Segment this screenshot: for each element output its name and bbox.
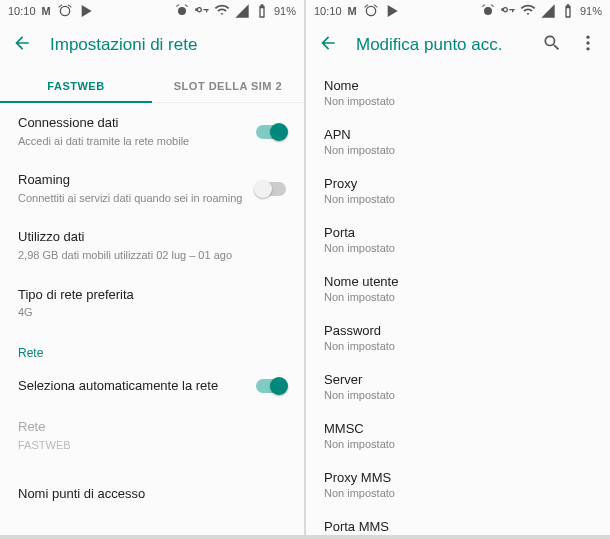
row-title: Roaming [18,172,246,189]
app-bar: Modifica punto acc. [306,22,610,68]
battery-icon [560,3,576,19]
back-button[interactable] [12,33,32,57]
row-title: Utilizzo dati [18,229,286,246]
app-icon-m: M [42,5,51,17]
sim-tabs: FASTWEB SLOT DELLA SIM 2 [0,68,304,103]
wifi-icon [214,3,230,19]
field-proxy[interactable]: Proxy Non impostato [306,166,610,215]
row-apn-names[interactable]: Nomi punti di accesso [0,464,304,525]
status-bar: 10:10 M 91% [306,0,610,22]
vpn-key-icon [194,3,210,19]
row-subtitle: 2,98 GB dati mobili utilizzati 02 lug – … [18,248,286,262]
field-mms-proxy[interactable]: Proxy MMS Non impostato [306,460,610,509]
row-title: Tipo di rete preferita [18,287,286,304]
tab-sim2[interactable]: SLOT DELLA SIM 2 [152,68,304,102]
field-mmsc[interactable]: MMSC Non impostato [306,411,610,460]
vpn-key-icon [500,3,516,19]
row-auto-select-network[interactable]: Seleziona automaticamente la rete [0,366,304,407]
toggle-roaming[interactable] [256,182,286,196]
play-icon [385,3,401,19]
screen-edit-apn: 10:10 M 91% [306,0,610,535]
svg-point-1 [586,41,589,44]
field-value: Non impostato [324,438,592,450]
field-label: Proxy MMS [324,470,592,485]
alarm-icon [57,3,73,19]
svg-point-2 [586,47,589,50]
row-title: Rete [18,419,286,436]
signal-icon [540,3,556,19]
field-label: APN [324,127,592,142]
row-network: Rete FASTWEB [0,407,304,464]
battery-icon [254,3,270,19]
status-bar: 10:10 M 91% [0,0,304,22]
play-icon [79,3,95,19]
back-button[interactable] [318,33,338,57]
field-label: Porta MMS [324,519,592,534]
row-title: Connessione dati [18,115,246,132]
field-label: MMSC [324,421,592,436]
settings-list: Connessione dati Accedi ai dati tramite … [0,103,304,535]
toggle-auto-select[interactable] [256,379,286,393]
row-preferred-network[interactable]: Tipo di rete preferita 4G [0,275,304,332]
field-value: Non impostato [324,340,592,352]
app-icon-m: M [348,5,357,17]
field-value: Non impostato [324,291,592,303]
field-value: Non impostato [324,144,592,156]
row-data-usage[interactable]: Utilizzo dati 2,98 GB dati mobili utiliz… [0,217,304,274]
field-value: Non impostato [324,95,592,107]
alarm-indicator-icon [480,3,496,19]
section-network: Rete [0,332,304,366]
field-value: Non impostato [324,487,592,499]
row-title: Nomi punti di accesso [18,486,286,503]
field-label: Porta [324,225,592,240]
field-label: Proxy [324,176,592,191]
field-label: Nome utente [324,274,592,289]
page-title: Modifica punto acc. [356,35,524,55]
status-time: 10:10 [314,5,342,17]
row-subtitle: Accedi ai dati tramite la rete mobile [18,134,246,148]
field-password[interactable]: Password Non impostato [306,313,610,362]
field-server[interactable]: Server Non impostato [306,362,610,411]
page-title: Impostazioni di rete [50,35,292,55]
search-button[interactable] [542,33,562,57]
wifi-icon [520,3,536,19]
field-mms-port[interactable]: Porta MMS Non impostato [306,509,610,535]
field-label: Password [324,323,592,338]
field-value: Non impostato [324,389,592,401]
row-subtitle: 4G [18,305,286,319]
row-subtitle: FASTWEB [18,438,286,452]
overflow-menu-button[interactable] [578,33,598,57]
toggle-data-connection[interactable] [256,125,286,139]
app-bar: Impostazioni di rete [0,22,304,68]
alarm-icon [363,3,379,19]
row-subtitle: Connettiti ai servizi dati quando sei in… [18,191,246,205]
battery-percent: 91% [274,5,296,17]
alarm-indicator-icon [174,3,190,19]
field-name[interactable]: Nome Non impostato [306,68,610,117]
status-time: 10:10 [8,5,36,17]
apn-fields-list: Nome Non impostato APN Non impostato Pro… [306,68,610,535]
screen-network-settings: 10:10 M 91% [0,0,304,535]
row-roaming[interactable]: Roaming Connettiti ai servizi dati quand… [0,160,304,217]
signal-icon [234,3,250,19]
field-apn[interactable]: APN Non impostato [306,117,610,166]
svg-point-0 [586,36,589,39]
field-port[interactable]: Porta Non impostato [306,215,610,264]
field-label: Server [324,372,592,387]
row-data-connection[interactable]: Connessione dati Accedi ai dati tramite … [0,103,304,160]
battery-percent: 91% [580,5,602,17]
field-username[interactable]: Nome utente Non impostato [306,264,610,313]
tab-fastweb[interactable]: FASTWEB [0,68,152,102]
field-label: Nome [324,78,592,93]
field-value: Non impostato [324,193,592,205]
row-title: Seleziona automaticamente la rete [18,378,246,395]
field-value: Non impostato [324,242,592,254]
